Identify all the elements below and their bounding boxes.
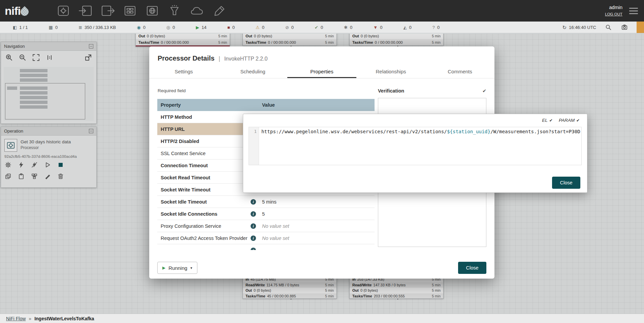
tab-relationships[interactable]: Relationships	[356, 66, 425, 78]
status-locally-modified: ✱ 0	[344, 25, 352, 30]
breadcrumb-separator: »	[29, 316, 31, 321]
invalid-icon: ⚠	[256, 25, 260, 30]
stopped-icon: ■	[227, 25, 230, 30]
dialog-title: Processor Details	[158, 55, 215, 62]
nifi-app: Out 0 (0 bytes) 5 min Tasks/Time 0 / 00:…	[0, 0, 644, 323]
last-refresh: ↻ 16:46:40 UTC	[562, 25, 596, 30]
locally-modified-icon: ✱	[344, 25, 348, 30]
editor-code-line[interactable]: https://www.pegelonline.wsv.de/webservic…	[259, 127, 581, 165]
sync-failure-icon: ?	[432, 25, 435, 30]
check-icon[interactable]: ✔	[482, 88, 486, 94]
grid-icon: ▦	[49, 25, 53, 30]
status-locally-modified-stale: ◭ 0	[403, 25, 411, 30]
nifi-logo: nifi	[5, 4, 49, 17]
logout-link[interactable]: LOG OUT	[605, 12, 622, 16]
property-row-socket-idle-connections[interactable]: Socket Idle Connectionsi 5	[157, 208, 375, 220]
label-icon[interactable]	[212, 4, 226, 17]
flow-capture-icon[interactable]	[620, 23, 629, 31]
info-icon: i	[251, 199, 256, 205]
status-active-threads: ◧ 1 / 1	[13, 25, 28, 30]
status-sync-failure: ? 0	[432, 25, 440, 30]
refresh-icon[interactable]: ↻	[562, 25, 567, 30]
flow-analysis-toggle[interactable]	[637, 22, 644, 33]
property-row-partial[interactable]: i	[157, 244, 375, 250]
check-icon: ✔	[549, 118, 553, 123]
el-expression-token: ${station_uuid}	[447, 129, 490, 134]
current-user: admin	[605, 4, 622, 10]
status-queued: ≣ 350 / 336.13 KB	[78, 25, 116, 30]
up-to-date-icon: ✔	[315, 25, 318, 30]
droplet-icon	[19, 6, 30, 17]
tab-comments[interactable]: Comments	[425, 66, 494, 78]
disabled-icon: ⊘	[285, 25, 289, 30]
run-state-button[interactable]: ▶ Running ▾	[157, 262, 197, 274]
dialog-header: Processor Details | InvokeHTTP 2.2.0	[149, 46, 494, 66]
input-port-icon[interactable]	[78, 4, 93, 17]
queue-icon: ≣	[78, 25, 82, 30]
value-code-editor[interactable]: 1 https://www.pegelonline.wsv.de/webserv…	[249, 127, 582, 165]
status-terminated-threads: ▦ 0	[49, 25, 58, 30]
top-header: nifi	[0, 0, 644, 22]
editor-close-button[interactable]: Close	[552, 177, 580, 189]
user-area: admin LOG OUT	[605, 4, 622, 17]
output-port-icon[interactable]	[100, 4, 115, 17]
locally-modified-stale-icon: ◭	[403, 25, 407, 30]
search-icon[interactable]	[604, 23, 612, 31]
param-supported-badge: PARAM ✔	[559, 118, 580, 123]
global-menu-icon[interactable]	[629, 8, 638, 14]
status-bar: ◧ 1 / 1 ▦ 0 ≣ 350 / 336.13 KB ◉ 0 ◎ 0 ▶ …	[0, 22, 644, 33]
status-up-to-date: ✔ 0	[315, 25, 323, 30]
processor-icon[interactable]	[56, 4, 71, 17]
remote-process-group-icon[interactable]	[145, 4, 160, 17]
dialog-tabs: Settings Scheduling Properties Relations…	[149, 66, 494, 78]
info-icon: i	[251, 223, 256, 229]
property-row-proxy-configuration-service[interactable]: Proxy Configuration Servicei No value se…	[157, 220, 375, 232]
verification-header: Verification ✔	[378, 88, 486, 94]
property-value-editor: EL ✔ PARAM ✔ 1 https://www.pegelonline.w…	[243, 114, 587, 193]
remote-cloud-icon[interactable]	[189, 4, 204, 17]
dialog-title-divider: |	[219, 55, 220, 62]
process-group-icon[interactable]	[123, 4, 137, 17]
check-icon: ✔	[576, 118, 580, 123]
status-transmitting: ◉ 0	[137, 25, 146, 30]
play-icon: ▶	[162, 265, 165, 270]
status-disabled: ⊘ 0	[285, 25, 294, 30]
dialog-footer: ▶ Running ▾ Close	[157, 262, 486, 274]
tab-scheduling[interactable]: Scheduling	[218, 66, 287, 78]
funnel-icon[interactable]	[167, 4, 182, 17]
threads-icon: ◧	[13, 25, 17, 30]
property-row-socket-idle-timeout[interactable]: Socket Idle Timeouti 5 mins	[157, 196, 375, 208]
info-icon: i	[251, 211, 256, 217]
not-transmitting-icon: ◎	[166, 25, 170, 30]
dialog-close-button[interactable]: Close	[458, 262, 486, 274]
info-icon: i	[251, 236, 256, 241]
status-stale: ▼ 0	[373, 25, 382, 30]
line-number: 1	[254, 129, 257, 134]
running-icon: ▶	[196, 25, 199, 30]
status-running: ▶ 14	[196, 25, 206, 30]
info-icon: i	[251, 248, 256, 250]
status-right: ↻ 16:46:40 UTC	[562, 22, 644, 33]
tab-settings[interactable]: Settings	[149, 66, 218, 78]
tab-properties[interactable]: Properties	[287, 66, 356, 78]
brand-text: nifi	[5, 4, 21, 17]
verification-title: Verification	[378, 88, 404, 94]
status-not-transmitting: ◎ 0	[166, 25, 175, 30]
run-state-label: Running	[168, 265, 187, 271]
stale-icon: ▼	[373, 25, 378, 30]
breadcrumb: NiFi Flow » IngestWaterLevelsToKafka	[0, 314, 644, 323]
property-row-oauth2-token-provider[interactable]: Request OAuth2 Access Token Provideri No…	[157, 232, 375, 244]
editor-badges: EL ✔ PARAM ✔	[542, 118, 580, 123]
required-field-note: Required field	[158, 88, 186, 93]
status-items: ◧ 1 / 1 ▦ 0 ≣ 350 / 336.13 KB ◉ 0 ◎ 0 ▶ …	[0, 25, 440, 30]
properties-table-header: Property Value	[157, 99, 375, 111]
column-property: Property	[157, 102, 259, 108]
dialog-subtitle: InvokeHTTP 2.2.0	[224, 56, 268, 62]
column-value: Value	[259, 102, 375, 108]
breadcrumb-root-link[interactable]: NiFi Flow	[6, 316, 26, 321]
component-toolbar	[56, 4, 226, 17]
status-stopped: ■ 0	[227, 25, 235, 30]
caret-down-icon: ▾	[190, 266, 192, 270]
transmitting-icon: ◉	[137, 25, 140, 30]
el-supported-badge: EL ✔	[542, 118, 553, 123]
